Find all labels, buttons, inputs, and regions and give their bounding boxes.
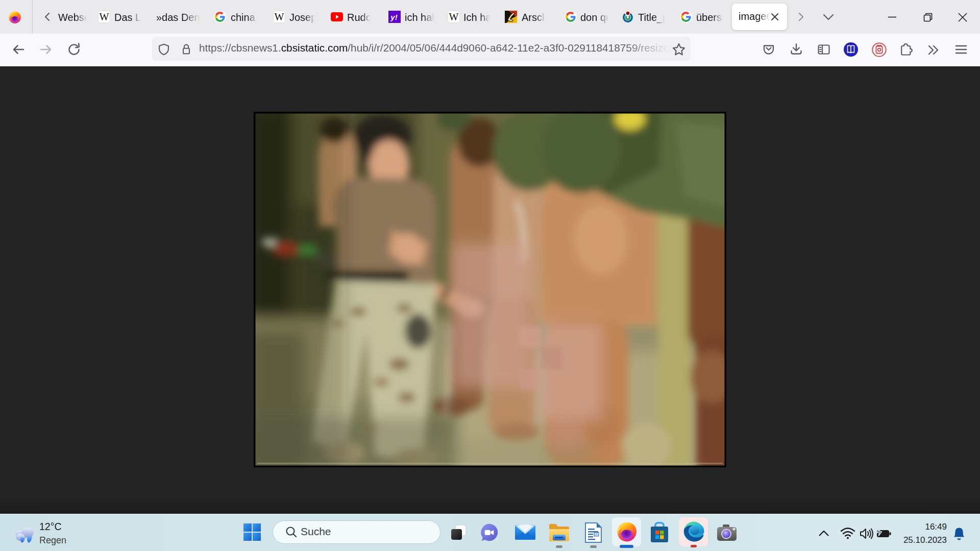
svg-text:W: W (275, 11, 284, 22)
svg-text:y!: y! (390, 13, 397, 21)
svg-text:W: W (449, 11, 459, 22)
svg-text:W: W (100, 11, 109, 22)
